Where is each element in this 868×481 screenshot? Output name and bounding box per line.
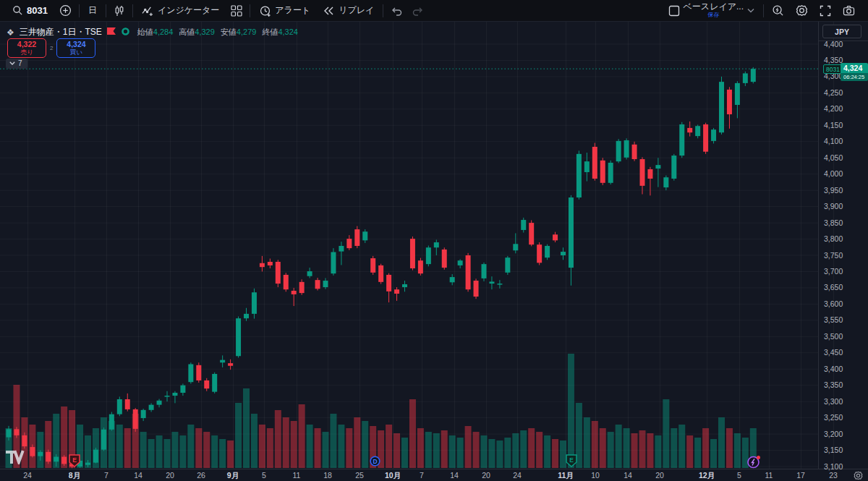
- spread-value: 2: [50, 45, 53, 51]
- replay-label: リプレイ: [339, 4, 374, 17]
- currency-toggle-button[interactable]: JPY: [822, 25, 861, 38]
- price-tick-label[interactable]: 3,700: [824, 267, 843, 276]
- quick-search-button[interactable]: [766, 1, 790, 20]
- time-axis-label[interactable]: 24: [23, 471, 32, 480]
- time-axis-label[interactable]: 14: [624, 471, 632, 480]
- price-tick-label[interactable]: 3,300: [824, 397, 843, 406]
- flag-icon[interactable]: [107, 27, 116, 38]
- indicator-templates-button[interactable]: [226, 1, 247, 20]
- candle-body: [576, 154, 582, 197]
- layout-save-label[interactable]: 保存: [707, 11, 719, 19]
- time-axis-label[interactable]: 20: [166, 471, 174, 480]
- time-axis-label[interactable]: 5: [262, 471, 266, 480]
- realtime-dot-icon[interactable]: [122, 27, 129, 38]
- time-axis-label[interactable]: 18: [323, 471, 332, 480]
- price-tick-label[interactable]: 3,100: [824, 462, 843, 471]
- price-tick-label[interactable]: 3,350: [824, 380, 843, 389]
- time-axis-label[interactable]: 7: [420, 471, 424, 480]
- alarm-clock-plus-icon: [259, 4, 271, 17]
- time-axis-label[interactable]: 11: [293, 471, 301, 480]
- undo-arrow-icon: [391, 6, 402, 16]
- volume-bar: [425, 432, 432, 468]
- candle-body: [354, 229, 359, 246]
- price-tick-label[interactable]: 4,400: [824, 40, 843, 48]
- time-axis-label[interactable]: 26: [197, 471, 205, 480]
- undo-button[interactable]: [386, 1, 407, 20]
- buy-button[interactable]: 4,324 買い: [56, 38, 95, 58]
- price-tick-label[interactable]: 3,400: [824, 365, 843, 373]
- time-axis-label[interactable]: 25: [355, 471, 364, 480]
- alert-button[interactable]: アラート: [252, 1, 317, 20]
- volume-bar: [291, 421, 297, 468]
- flash-news-marker-icon[interactable]: [746, 455, 761, 469]
- camera-icon: [843, 5, 855, 16]
- fullscreen-button[interactable]: [814, 1, 837, 20]
- price-tick-label[interactable]: 3,750: [824, 251, 843, 260]
- price-tick-label[interactable]: 4,150: [824, 121, 843, 129]
- candle-body: [165, 396, 170, 397]
- settings-button[interactable]: [790, 1, 814, 20]
- price-tick-label[interactable]: 3,900: [824, 202, 843, 210]
- time-axis-label[interactable]: 10月: [385, 471, 401, 480]
- interval-button[interactable]: 日: [82, 1, 103, 20]
- interval-value: 日: [88, 4, 97, 17]
- candle-body: [466, 255, 471, 289]
- time-axis-label[interactable]: 7: [104, 471, 109, 480]
- redo-button[interactable]: [407, 1, 429, 20]
- price-tick-label[interactable]: 3,600: [824, 299, 843, 308]
- price-tick-label[interactable]: 3,950: [824, 186, 843, 195]
- time-axis-label[interactable]: 20: [482, 471, 490, 480]
- time-axis-label[interactable]: 14: [450, 471, 459, 480]
- price-tick-label[interactable]: 4,100: [824, 137, 843, 145]
- time-axis-label[interactable]: 20: [655, 471, 664, 480]
- candle-body: [61, 457, 67, 464]
- layout-select-button[interactable]: ベースレイア... 保存: [662, 1, 761, 20]
- time-axis-label[interactable]: 8月: [69, 471, 80, 480]
- dividend-marker-icon[interactable]: D: [370, 456, 380, 467]
- volume-bar: [512, 433, 519, 468]
- price-tick-label[interactable]: 3,500: [824, 332, 843, 341]
- volume-bar: [251, 414, 258, 468]
- chart-canvas[interactable]: 3,1003,1503,2003,2503,3003,3503,4003,450…: [0, 0, 868, 481]
- price-tick-label[interactable]: 4,250: [824, 88, 843, 97]
- time-axis-label[interactable]: 10: [591, 471, 600, 480]
- axis-settings-gear-icon[interactable]: [854, 470, 863, 481]
- candle-body: [362, 231, 367, 240]
- candle-body: [442, 250, 447, 268]
- price-tick-label[interactable]: 4,000: [824, 169, 843, 178]
- symbol-title[interactable]: 三井物産・1日・TSE: [20, 26, 102, 38]
- volume-bar: [449, 435, 456, 468]
- time-axis-label[interactable]: 24: [513, 471, 522, 480]
- price-tick-label[interactable]: 3,850: [824, 218, 843, 227]
- replay-button[interactable]: リプレイ: [317, 1, 380, 20]
- price-tick-label[interactable]: 3,200: [824, 430, 843, 438]
- time-axis-label[interactable]: 11月: [558, 471, 574, 480]
- price-tick-label[interactable]: 3,550: [824, 315, 843, 324]
- price-tick-label[interactable]: 3,150: [824, 446, 843, 454]
- time-axis-label[interactable]: 5: [737, 471, 741, 480]
- time-axis-label[interactable]: 14: [134, 471, 142, 480]
- time-axis-label[interactable]: 17: [796, 471, 805, 480]
- price-tick-label[interactable]: 3,250: [824, 413, 843, 422]
- grid-templates-icon: [231, 5, 242, 17]
- price-tick-label[interactable]: 4,050: [824, 153, 843, 162]
- symbol-search-button[interactable]: 8031: [6, 1, 54, 20]
- screenshot-camera-button[interactable]: [837, 1, 861, 20]
- price-tick-label[interactable]: 3,800: [824, 234, 843, 243]
- volume-bar: [694, 438, 701, 468]
- price-tick-label[interactable]: 4,200: [824, 104, 843, 113]
- earnings-marker-icon[interactable]: E: [566, 454, 577, 467]
- sell-button[interactable]: 4,322 売り: [7, 38, 46, 58]
- candle-body: [687, 128, 692, 132]
- compare-add-symbol-button[interactable]: [54, 1, 77, 20]
- object-tree-collapse-chip[interactable]: 7: [6, 59, 27, 69]
- time-axis-label[interactable]: 23: [829, 471, 838, 480]
- time-axis-label[interactable]: 11: [765, 471, 773, 480]
- chart-style-button[interactable]: [109, 1, 130, 20]
- indicators-button[interactable]: インジケーター: [135, 1, 226, 20]
- price-tick-label[interactable]: 3,450: [824, 348, 843, 357]
- earnings-marker-icon[interactable]: E: [69, 454, 80, 467]
- time-axis-label[interactable]: 12月: [699, 471, 715, 480]
- price-tick-label[interactable]: 3,650: [824, 283, 843, 291]
- time-axis-label[interactable]: 9月: [227, 471, 239, 480]
